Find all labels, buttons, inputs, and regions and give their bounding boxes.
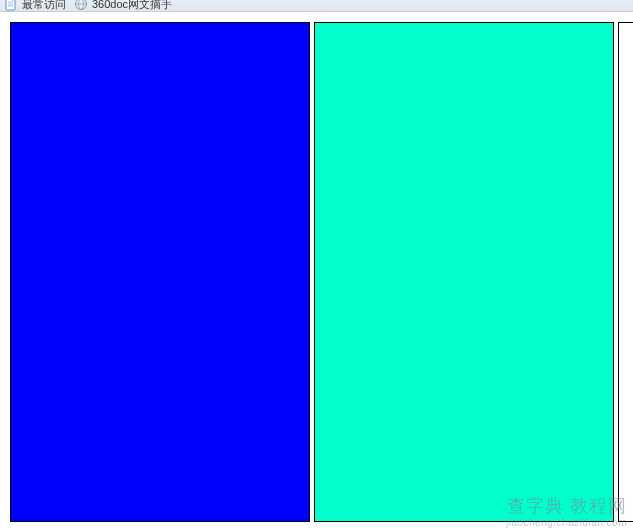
bookmark-label: 360doc网文摘手: [92, 0, 172, 9]
color-box-blue: [10, 22, 310, 522]
globe-icon: [74, 0, 88, 11]
box-container: [10, 22, 633, 522]
svg-rect-0: [6, 0, 15, 10]
content-area: [0, 12, 633, 532]
bookmark-item-360doc[interactable]: 360doc网文摘手: [74, 0, 172, 11]
color-box-peek: [618, 22, 633, 522]
color-box-cyan: [314, 22, 614, 522]
page-icon: [4, 0, 18, 11]
bookmark-label: 最常访问: [22, 0, 66, 9]
svg-point-4: [76, 0, 87, 10]
bookmark-item-most-visited[interactable]: 最常访问: [4, 0, 66, 11]
bookmark-bar: 最常访问 360doc网文摘手: [0, 0, 633, 12]
